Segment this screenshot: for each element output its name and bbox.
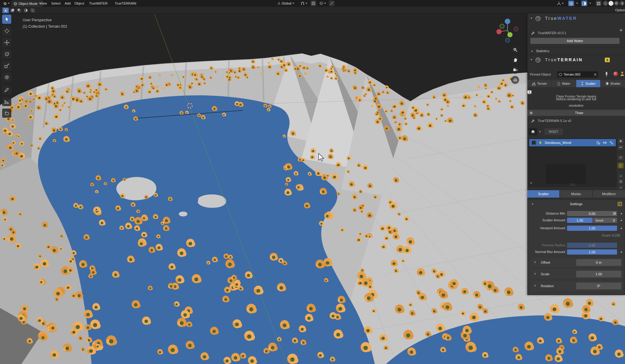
gizmo-z-negative[interactable] [505, 38, 510, 42]
visibility-eye-icon[interactable] [603, 141, 607, 144]
root-home-button[interactable] [529, 128, 537, 135]
layer-presets-button[interactable] [618, 163, 624, 168]
snap-toggle-button[interactable] [311, 1, 316, 6]
tool-add-primitive[interactable] [2, 109, 11, 118]
show-gizmo-dropdown[interactable] [556, 1, 565, 6]
menu-object[interactable]: Object [73, 0, 85, 7]
zoom-view-button[interactable] [511, 46, 519, 54]
xray-toggle[interactable] [581, 1, 587, 6]
tool-move[interactable] [2, 38, 11, 47]
menu-select[interactable]: Select [50, 0, 62, 7]
rotation-value-field[interactable]: 0° [576, 283, 621, 289]
settings-header[interactable]: Settings [528, 202, 624, 206]
scale-panel[interactable]: Scale 1.00 [530, 269, 623, 279]
add-layer-button[interactable] [618, 138, 624, 144]
gizmo-x-positive[interactable] [514, 27, 518, 31]
gizmo-x-negative[interactable] [497, 29, 502, 34]
keyframe-dot-icon[interactable] [621, 252, 622, 253]
gizmo-y-positive[interactable] [508, 32, 513, 37]
shading-rendered-button[interactable] [620, 1, 624, 6]
tool-annotate[interactable] [2, 85, 11, 95]
tool-measure[interactable] [2, 97, 11, 106]
scatter-layer-list[interactable]: Deciduous_Wood [529, 138, 616, 187]
trueterrain-collapse-chevron-icon[interactable] [530, 59, 532, 60]
settings-presets-icon[interactable] [618, 202, 622, 206]
menu-truewater[interactable]: TrueWATER [88, 0, 109, 7]
list-item-selected[interactable]: Deciduous_Wood [529, 139, 616, 146]
subtab-modifiers[interactable]: Modifiers [593, 190, 625, 198]
scatter-amount-slider[interactable]: 1.00 [567, 218, 593, 223]
app-menu-button[interactable] [2, 1, 10, 6]
select-mode-extend[interactable] [9, 8, 16, 13]
layer-specials-button[interactable] [618, 155, 624, 160]
preview-radius-slider[interactable]: 1.00 [567, 243, 617, 248]
scatter-user-icon[interactable] [620, 71, 625, 76]
clear-object-icon[interactable] [594, 73, 597, 76]
list-expand-icon[interactable] [531, 182, 532, 184]
plus-icon [619, 140, 622, 143]
select-mode-subtract[interactable] [16, 8, 22, 13]
offset-value-field[interactable]: 0 m [576, 259, 621, 266]
add-water-button[interactable]: Add Water [530, 38, 620, 44]
tool-transform[interactable] [2, 73, 11, 82]
gizmo-z-positive[interactable] [505, 19, 510, 24]
layer-settings-button[interactable] [618, 179, 624, 184]
animate-property-icon[interactable] [613, 212, 616, 215]
select-mode-intersect[interactable] [29, 8, 36, 13]
rotation-panel[interactable]: Rotation 0° [530, 281, 623, 291]
shading-material-button[interactable] [614, 1, 619, 6]
shading-solid-button[interactable] [609, 1, 613, 6]
subtab-scatter[interactable]: Scatter [527, 190, 560, 198]
camera-view-button[interactable] [511, 66, 519, 74]
options-dropdown[interactable]: Options [615, 8, 625, 12]
tool-scale[interactable] [2, 61, 11, 70]
offset-panel[interactable]: Offset 0 m [530, 258, 623, 267]
layer-checkbox[interactable] [532, 141, 536, 145]
truewater-collapse-chevron-icon[interactable] [530, 18, 532, 19]
viewport-amount-slider[interactable]: 1.00 [567, 226, 617, 231]
proportional-edit-dropdown[interactable] [319, 1, 327, 6]
tab-shader[interactable]: Shader [601, 80, 625, 87]
menu-view[interactable]: View [38, 0, 48, 7]
keyframe-dot-icon[interactable] [621, 220, 622, 221]
normal-blur-slider[interactable]: 1.00 [567, 249, 617, 255]
render-preview-button[interactable] [596, 1, 602, 6]
snapping-dropdown[interactable] [300, 1, 308, 6]
tool-select-box[interactable] [2, 15, 11, 24]
perspective-toggle-button[interactable] [511, 76, 519, 84]
pan-view-button[interactable] [511, 56, 519, 64]
transform-orientation-dropdown[interactable]: Global [276, 1, 295, 6]
subtab-masks[interactable]: Masks [560, 190, 592, 198]
move-layer-up-button[interactable] [618, 173, 624, 179]
menu-trueterrain[interactable]: TrueTERRAIN [114, 0, 138, 7]
remove-layer-button[interactable] [618, 145, 624, 150]
tool-rotate[interactable] [2, 49, 11, 59]
select-mode-invert[interactable] [23, 8, 29, 13]
list-resize-grip[interactable] [570, 184, 575, 185]
breadcrumb-root-button[interactable]: ROOT [544, 128, 563, 135]
statistics-chevron-icon [532, 50, 533, 52]
material-preview-icon[interactable] [613, 72, 618, 76]
pin-icon[interactable] [604, 72, 609, 77]
show-overlays-toggle[interactable] [568, 1, 574, 6]
move-layer-down-button[interactable] [618, 185, 624, 190]
nodes-icon[interactable] [609, 141, 613, 145]
keyframe-dot-icon[interactable] [621, 213, 622, 214]
tab-terrain[interactable]: Terrain [527, 80, 552, 87]
scale-value-field[interactable]: 1.00 [576, 271, 621, 277]
thaw-button[interactable]: Thaw [527, 110, 625, 116]
tool-cursor[interactable] [2, 26, 11, 35]
tab-water[interactable]: Water [552, 80, 576, 87]
keyframe-dot-icon[interactable] [621, 228, 622, 229]
extra-snap-button[interactable] [329, 1, 334, 6]
gizmo-y-negative[interactable] [500, 24, 504, 28]
distance-min-field[interactable]: 0.00 [567, 211, 617, 216]
pinned-object-field[interactable]: Terrain.002 [557, 71, 598, 77]
tab-scatter[interactable]: Scatter [576, 80, 601, 87]
seed-field[interactable]: Seed0 [593, 218, 617, 223]
statistics-panel-header[interactable]: Statistics [536, 49, 549, 53]
menu-add[interactable]: Add [63, 0, 72, 7]
shading-wireframe-button[interactable] [603, 1, 608, 6]
navigation-gizmo[interactable] [495, 18, 520, 43]
select-mode-set[interactable] [2, 8, 9, 13]
